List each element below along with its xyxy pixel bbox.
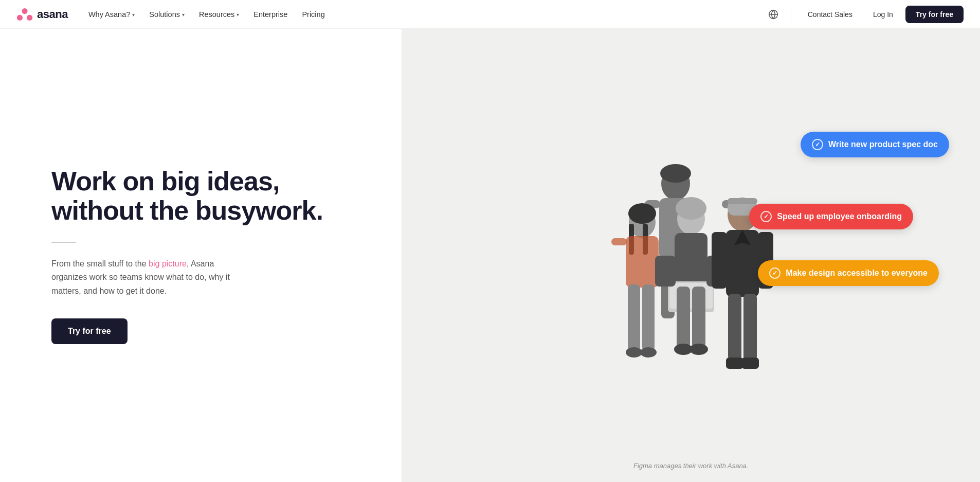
svg-point-32	[689, 344, 708, 355]
hero-right: ✓ Write new product spec doc ✓ Speed up …	[402, 29, 980, 482]
language-selector[interactable]	[764, 5, 783, 24]
svg-rect-29	[677, 287, 690, 348]
nav-solutions[interactable]: Solutions ▾	[143, 6, 191, 23]
check-icon-red: ✓	[760, 211, 772, 222]
svg-rect-17	[611, 238, 627, 245]
navbar: asana Why Asana? ▾ Solutions ▾ Resources…	[0, 0, 980, 29]
navbar-right: Contact Sales Log In Try for free	[764, 5, 964, 24]
svg-rect-18	[628, 284, 640, 351]
svg-point-20	[626, 347, 642, 358]
svg-point-1	[17, 14, 23, 20]
svg-rect-42	[743, 294, 757, 361]
svg-rect-27	[655, 256, 676, 287]
people-svg	[583, 142, 799, 451]
task-chip-blue: ✓ Write new product spec doc	[801, 132, 949, 157]
svg-rect-16	[626, 236, 659, 288]
logo-text: asana	[37, 8, 68, 21]
logo[interactable]: asana	[16, 6, 68, 23]
globe-icon	[768, 9, 778, 20]
hero-divider	[51, 242, 76, 243]
svg-rect-39	[712, 232, 727, 289]
nav-pricing[interactable]: Pricing	[296, 6, 331, 23]
check-icon-orange: ✓	[769, 267, 781, 279]
svg-point-23	[676, 197, 706, 220]
svg-rect-35	[728, 198, 757, 204]
svg-rect-24	[675, 233, 707, 290]
asana-logo-icon	[16, 6, 33, 23]
contact-sales-button[interactable]: Contact Sales	[800, 6, 861, 23]
chevron-down-icon: ▾	[132, 12, 135, 17]
chevron-down-icon: ▾	[182, 12, 185, 17]
nav-enterprise[interactable]: Enterprise	[247, 6, 294, 23]
svg-rect-43	[726, 358, 743, 369]
svg-point-21	[640, 347, 657, 358]
chevron-down-icon: ▾	[237, 12, 239, 17]
hero-left: Work on big ideas, without the busywork.…	[0, 29, 402, 482]
svg-rect-19	[642, 284, 655, 351]
nav-try-button[interactable]: Try for free	[905, 6, 964, 23]
hero-caption: Figma manages their work with Asana.	[633, 462, 749, 470]
hero-description: From the small stuff to the big picture,…	[51, 257, 237, 298]
svg-point-0	[22, 8, 27, 14]
task-chip-red: ✓ Speed up employee onboarding	[749, 204, 913, 229]
login-button[interactable]: Log In	[865, 6, 901, 23]
svg-rect-26	[669, 283, 713, 309]
svg-rect-41	[728, 294, 741, 361]
navbar-nav: Why Asana? ▾ Solutions ▾ Resources ▾ Ent…	[82, 6, 764, 23]
svg-rect-30	[692, 287, 705, 348]
hero-title: Work on big ideas, without the busywork.	[51, 167, 360, 225]
hero-section: Work on big ideas, without the busywork.…	[0, 29, 980, 482]
hero-try-button[interactable]: Try for free	[51, 318, 128, 344]
hero-illustration	[583, 142, 799, 451]
task-chip-orange: ✓ Make design accessible to everyone	[758, 260, 939, 286]
nav-divider	[791, 9, 791, 20]
check-icon-blue: ✓	[812, 139, 823, 150]
nav-why-asana[interactable]: Why Asana? ▾	[82, 6, 141, 23]
svg-point-13	[628, 203, 656, 224]
svg-point-6	[660, 164, 691, 183]
nav-resources[interactable]: Resources ▾	[193, 6, 245, 23]
svg-point-2	[27, 14, 32, 20]
svg-rect-44	[741, 358, 759, 369]
